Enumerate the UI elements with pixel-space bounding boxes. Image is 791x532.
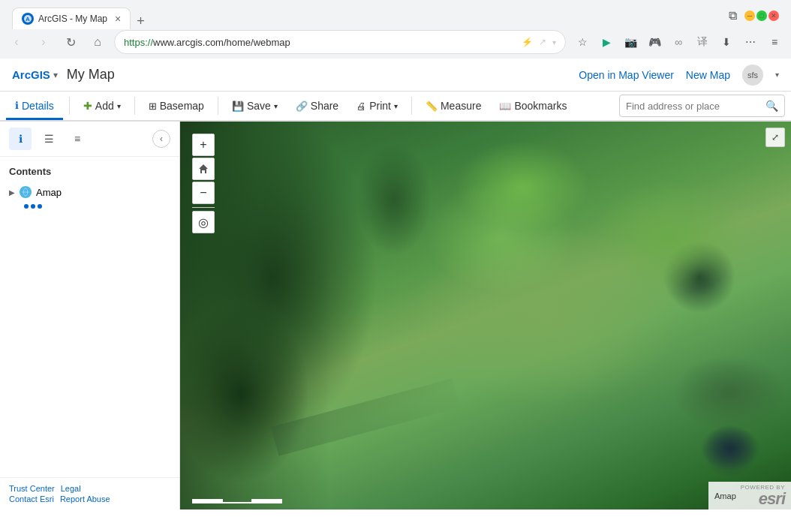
map-attribution: Amap POWERED BY esri bbox=[708, 482, 791, 509]
layer-options bbox=[9, 201, 170, 212]
sidebar: ℹ ☰ ≡ ‹ Contents ▶ Am bbox=[0, 122, 180, 509]
toolbar-sep-2 bbox=[134, 97, 135, 115]
search-input[interactable] bbox=[626, 101, 761, 112]
app-logo-caret[interactable]: ▾ bbox=[53, 70, 58, 80]
sidebar-info-btn[interactable]: ℹ bbox=[9, 128, 32, 150]
tab-favicon: A bbox=[22, 13, 34, 25]
share-label: Share bbox=[311, 100, 338, 112]
esri-logo-text: esri bbox=[759, 491, 785, 507]
user-initials: sfs bbox=[747, 71, 758, 80]
browser-more-btn[interactable]: ⋯ bbox=[740, 32, 761, 53]
app-logo: ArcGIS bbox=[12, 68, 50, 81]
browser-extensions-btn[interactable]: ≡ bbox=[764, 32, 785, 53]
details-tab[interactable]: ℹ Details bbox=[6, 94, 63, 120]
sidebar-list-btn[interactable]: ☰ bbox=[38, 128, 60, 150]
footer-links-2: Contact Esri Report Abuse bbox=[9, 494, 170, 503]
address-bar[interactable]: https://www.arcgis.com/home/webmap ⚡ ↗ ▾ bbox=[114, 30, 566, 54]
layer-name: Amap bbox=[36, 187, 62, 198]
browser-bookmark-btn[interactable]: ☆ bbox=[572, 32, 593, 53]
layer-dot-2[interactable] bbox=[31, 204, 35, 209]
legend-icon: ≡ bbox=[74, 133, 80, 145]
print-label: Print bbox=[369, 100, 391, 112]
window-close-btn[interactable]: ✕ bbox=[768, 11, 779, 21]
measure-icon: 📏 bbox=[426, 101, 438, 112]
address-https: https:// bbox=[124, 37, 153, 48]
legal-link[interactable]: Legal bbox=[61, 484, 81, 493]
zoom-in-btn[interactable]: + bbox=[192, 134, 215, 156]
window-minimize-btn[interactable]: ─ bbox=[744, 11, 755, 21]
sidebar-footer: Trust Center Legal Contact Esri Report A… bbox=[0, 477, 179, 509]
bookmarks-icon: 📖 bbox=[499, 101, 511, 112]
app-container: ArcGIS ▾ My Map Open in Map Viewer New M… bbox=[0, 59, 791, 509]
trust-center-link[interactable]: Trust Center bbox=[9, 484, 55, 493]
app-title: My Map bbox=[67, 67, 115, 83]
bookmarks-button[interactable]: 📖 Bookmarks bbox=[492, 95, 574, 116]
sidebar-collapse-btn[interactable]: ‹ bbox=[152, 130, 170, 148]
app-header: ArcGIS ▾ My Map Open in Map Viewer New M… bbox=[0, 59, 791, 92]
sidebar-content: Contents ▶ Amap bbox=[0, 157, 179, 477]
share-button[interactable]: 🔗 Share bbox=[288, 95, 346, 116]
add-icon: ✚ bbox=[83, 100, 92, 112]
save-label: Save bbox=[247, 100, 271, 112]
layer-dot-3[interactable] bbox=[38, 204, 42, 209]
map-terrain bbox=[180, 122, 791, 509]
browser-camera-btn[interactable]: 📷 bbox=[620, 32, 641, 53]
toolbar-sep-1 bbox=[69, 97, 70, 115]
tab-bar: A ArcGIS - My Map × + ⧉ ─ □ ✕ bbox=[6, 2, 785, 29]
browser-ext2-btn[interactable]: ∞ bbox=[668, 32, 689, 53]
search-button[interactable]: 🔍 bbox=[765, 100, 778, 112]
layer-globe-icon bbox=[20, 186, 32, 198]
browser-play-btn[interactable]: ▶ bbox=[596, 32, 617, 53]
open-in-viewer-link[interactable]: Open in Map Viewer bbox=[579, 69, 674, 81]
share-icon: 🔗 bbox=[296, 101, 308, 112]
browser-tab-active[interactable]: A ArcGIS - My Map × bbox=[12, 8, 131, 29]
window-icon-btn[interactable]: ⧉ bbox=[722, 5, 743, 26]
report-abuse-link[interactable]: Report Abuse bbox=[60, 494, 110, 503]
zoom-out-btn[interactable]: − bbox=[192, 182, 215, 204]
nav-home-btn[interactable]: ⌂ bbox=[87, 32, 108, 53]
browser-chrome: A ArcGIS - My Map × + ⧉ ─ □ ✕ ‹ › ↻ ⌂ ht… bbox=[0, 0, 791, 59]
browser-toolbar-icons: ☆ ▶ 📷 🎮 ∞ 译 ⬇ ⋯ ≡ bbox=[572, 32, 785, 53]
caret-icon: ▾ bbox=[552, 38, 556, 47]
address-domain: www.arcgis.com/home/webmap bbox=[153, 37, 290, 48]
toolbar-sep-4 bbox=[411, 97, 412, 115]
nav-back-btn[interactable]: ‹ bbox=[6, 32, 27, 53]
home-btn[interactable] bbox=[192, 158, 215, 180]
layer-caret-icon: ▶ bbox=[9, 188, 15, 197]
app-toolbar: ℹ Details ✚ Add ▾ ⊞ Basemap 💾 Save ▾ 🔗 S… bbox=[0, 92, 791, 122]
sidebar-legend-btn[interactable]: ≡ bbox=[66, 128, 89, 150]
address-search-box[interactable]: 🔍 bbox=[619, 95, 785, 117]
layer-dot-1[interactable] bbox=[24, 204, 29, 209]
locate-btn[interactable]: ◎ bbox=[192, 211, 215, 233]
user-avatar[interactable]: sfs bbox=[742, 65, 763, 86]
browser-download-btn[interactable]: ⬇ bbox=[716, 32, 737, 53]
new-tab-button[interactable]: + bbox=[131, 14, 151, 29]
save-button[interactable]: 💾 Save ▾ bbox=[224, 95, 285, 116]
measure-button[interactable]: 📏 Measure bbox=[418, 95, 489, 116]
nav-forward-btn[interactable]: › bbox=[33, 32, 54, 53]
map-expand-btn[interactable]: ⤢ bbox=[765, 128, 785, 147]
svg-text:A: A bbox=[26, 16, 30, 23]
browser-titlebar: A ArcGIS - My Map × + ⧉ ─ □ ✕ bbox=[0, 0, 791, 27]
basemap-label: Basemap bbox=[160, 100, 204, 112]
browser-ext3-btn[interactable]: 译 bbox=[692, 32, 713, 53]
contact-esri-link[interactable]: Contact Esri bbox=[9, 494, 54, 503]
print-button[interactable]: 🖨 Print ▾ bbox=[349, 95, 405, 116]
nav-refresh-btn[interactable]: ↻ bbox=[60, 32, 81, 53]
add-button[interactable]: ✚ Add ▾ bbox=[76, 95, 128, 116]
save-caret-icon: ▾ bbox=[274, 102, 278, 110]
map-controls: + − ◎ bbox=[192, 134, 215, 233]
address-bar-row: ‹ › ↻ ⌂ https://www.arcgis.com/home/webm… bbox=[0, 27, 791, 59]
print-caret-icon: ▾ bbox=[394, 102, 398, 110]
basemap-icon: ⊞ bbox=[149, 101, 157, 112]
map-area[interactable]: + − ◎ ⤢ Amap bbox=[180, 122, 791, 509]
window-maximize-btn[interactable]: □ bbox=[756, 11, 767, 21]
new-map-link[interactable]: New Map bbox=[686, 69, 730, 81]
browser-ext1-btn[interactable]: 🎮 bbox=[644, 32, 665, 53]
esri-attribution: POWERED BY esri bbox=[741, 484, 785, 507]
basemap-button[interactable]: ⊞ Basemap bbox=[141, 95, 212, 116]
layer-item[interactable]: ▶ Amap bbox=[9, 183, 170, 201]
sidebar-icon-bar: ℹ ☰ ≡ ‹ bbox=[0, 122, 179, 157]
user-caret[interactable]: ▾ bbox=[775, 71, 779, 79]
tab-close-btn[interactable]: × bbox=[115, 13, 121, 25]
